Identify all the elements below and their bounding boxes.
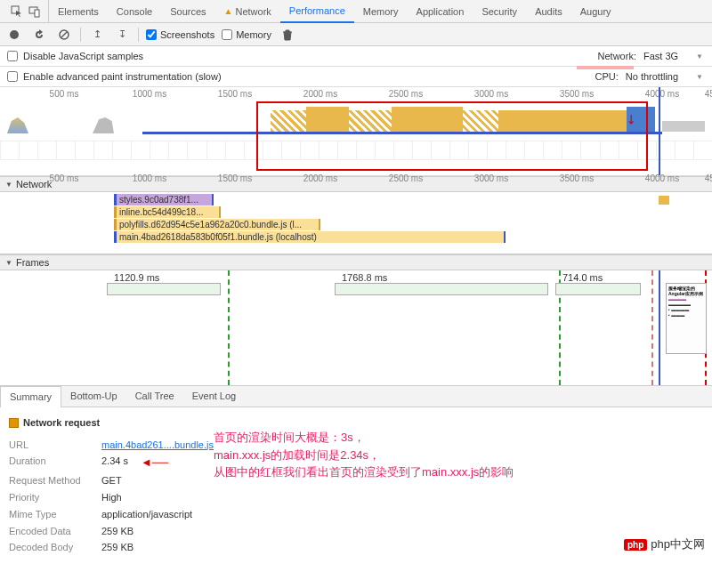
record-button[interactable] bbox=[5, 26, 23, 44]
highlight-redbox bbox=[256, 101, 648, 171]
detail-key: Duration bbox=[9, 453, 94, 472]
detail-value: GET bbox=[101, 472, 122, 489]
reload-button[interactable] bbox=[30, 26, 48, 44]
detail-value: High bbox=[101, 489, 122, 506]
inspect-icon-group bbox=[4, 0, 49, 22]
detail-key: Request Method bbox=[9, 472, 94, 489]
frame-thumbnail: 服务端渲染的Angular应用示例 ▬▬▬▬▬▬▬▬▬▪ ▬▬▬▬▪ ▬▬▬ bbox=[666, 283, 707, 354]
tab-performance[interactable]: Performance bbox=[280, 0, 354, 23]
timeline-tick: 3500 ms bbox=[560, 173, 594, 183]
detail-row: PriorityHigh bbox=[9, 489, 703, 506]
svg-line-5 bbox=[61, 32, 67, 37]
detail-value: application/javascript bbox=[101, 506, 192, 523]
detail-value: 259 KB bbox=[101, 523, 134, 540]
timeline-tick: 2000 ms bbox=[303, 173, 337, 183]
timeline-tick: 3500 ms bbox=[560, 89, 594, 99]
frame-duration-label: 1768.8 ms bbox=[342, 272, 387, 283]
tab-bottom-up[interactable]: Bottom-Up bbox=[61, 386, 126, 407]
warning-icon: ▲ bbox=[224, 6, 233, 16]
detail-key: URL bbox=[9, 437, 94, 454]
cpu-throttle-label: CPU: bbox=[595, 71, 618, 82]
timeline-tick: 1500 ms bbox=[218, 173, 252, 183]
svg-point-3 bbox=[10, 30, 19, 39]
timeline-tick: 450 bbox=[705, 173, 712, 183]
timeline-tick: 1500 ms bbox=[218, 89, 252, 99]
frames-section-header[interactable]: ▼Frames bbox=[0, 254, 712, 270]
network-request-bar[interactable]: polyfills.d62d954c5e1a962a20c0.bundle.js… bbox=[114, 219, 320, 230]
timeline-tick: 2000 ms bbox=[303, 89, 337, 99]
tab-application[interactable]: Application bbox=[408, 1, 473, 22]
user-annotation: 首页的渲染时间大概是：3s， main.xxx.js的加载时间是2.34s， 从… bbox=[214, 429, 514, 481]
network-throttle-select[interactable]: Fast 3G▼ bbox=[642, 50, 705, 62]
network-swatch-icon bbox=[9, 418, 19, 428]
detail-row: Mime Typeapplication/javascript bbox=[9, 506, 703, 523]
frame-duration-label: 1120.9 ms bbox=[114, 272, 159, 283]
network-section-header[interactable]: ▼Network bbox=[0, 176, 712, 192]
tab-elements[interactable]: Elements bbox=[49, 1, 108, 22]
inspect-element-icon[interactable] bbox=[11, 5, 23, 18]
gc-button[interactable] bbox=[279, 26, 296, 44]
tab-summary[interactable]: Summary bbox=[0, 386, 61, 407]
timeline-tick: 3000 ms bbox=[474, 89, 508, 99]
detail-key: Encoded Data bbox=[9, 523, 94, 540]
detail-key: Mime Type bbox=[9, 506, 94, 523]
timeline-tick: 2500 ms bbox=[389, 89, 423, 99]
watermark-logo: phpphp中文网 bbox=[624, 536, 705, 552]
network-request-bar[interactable]: main.4bad2618da583b0f05f1.bundle.js (loc… bbox=[114, 231, 506, 243]
timeline-tick: 2500 ms bbox=[389, 173, 423, 183]
tab-sources[interactable]: Sources bbox=[161, 1, 214, 22]
timeline-tick: 450 bbox=[705, 89, 712, 99]
frame-bar[interactable] bbox=[555, 283, 641, 295]
detail-panel: Network request URLmain.4bad261....bundl… bbox=[0, 407, 712, 563]
frames-track[interactable]: 服务端渲染的Angular应用示例 ▬▬▬▬▬▬▬▬▬▪ ▬▬▬▬▪ ▬▬▬ 1… bbox=[0, 270, 712, 386]
timeline-tick: 500 ms bbox=[50, 89, 79, 99]
detail-value: 2.34 s bbox=[101, 453, 128, 472]
devtools-tab-bar: Elements Console Sources ▲Network Perfor… bbox=[0, 0, 712, 23]
highlight-arrow-icon: ◄── bbox=[141, 453, 168, 472]
timeline-tick: 500 ms bbox=[50, 173, 79, 183]
tab-audits[interactable]: Audits bbox=[526, 1, 571, 22]
settings-row-2: Enable advanced paint instrumentation (s… bbox=[0, 67, 712, 87]
tab-console[interactable]: Console bbox=[108, 1, 161, 22]
tab-memory[interactable]: Memory bbox=[354, 1, 408, 22]
detail-value[interactable]: main.4bad261....bundle.js bbox=[101, 437, 214, 454]
network-throttle-label: Network: bbox=[598, 51, 636, 61]
detail-key: Decoded Body bbox=[9, 539, 94, 556]
detail-row: Encoded Data259 KB bbox=[9, 523, 703, 540]
tab-augury[interactable]: Augury bbox=[571, 1, 620, 22]
frame-bar[interactable] bbox=[335, 283, 548, 295]
detail-row: Decoded Body259 KB bbox=[9, 539, 703, 556]
memory-checkbox[interactable]: Memory bbox=[222, 29, 271, 40]
load-profile-button[interactable]: ↥ bbox=[88, 26, 106, 44]
screenshots-checkbox[interactable]: Screenshots bbox=[146, 29, 214, 40]
tab-security[interactable]: Security bbox=[473, 1, 526, 22]
summary-tab-bar: Summary Bottom-Up Call Tree Event Log bbox=[0, 386, 712, 407]
clear-button[interactable] bbox=[55, 26, 73, 44]
network-request-bar[interactable]: styles.9c0ad738f1... bbox=[114, 194, 214, 205]
timeline-tick: 3000 ms bbox=[474, 173, 508, 183]
timeline-tick: 1000 ms bbox=[133, 89, 166, 99]
frame-duration-label: 714.0 ms bbox=[562, 272, 603, 283]
network-request-bar[interactable]: inline.bc54d499c18... bbox=[114, 206, 221, 218]
cpu-throttle-select[interactable]: No throttling▼ bbox=[624, 70, 705, 83]
tab-call-tree[interactable]: Call Tree bbox=[126, 386, 183, 407]
overview-timeline[interactable]: 500 ms1000 ms1500 ms2000 ms2500 ms3000 m… bbox=[0, 87, 712, 176]
detail-value: 259 KB bbox=[101, 539, 134, 556]
timeline-tick: 4000 ms bbox=[645, 89, 679, 99]
save-profile-button[interactable]: ↧ bbox=[113, 26, 131, 44]
perf-toolbar: ↥ ↧ Screenshots Memory bbox=[0, 23, 712, 46]
frame-bar[interactable] bbox=[107, 283, 221, 295]
tab-event-log[interactable]: Event Log bbox=[183, 386, 246, 407]
detail-title: Network request bbox=[23, 415, 100, 431]
paint-instr-checkbox[interactable]: Enable advanced paint instrumentation (s… bbox=[7, 71, 222, 82]
tab-network[interactable]: ▲Network bbox=[215, 1, 280, 22]
timeline-tick: 1000 ms bbox=[133, 173, 166, 183]
device-toggle-icon[interactable] bbox=[28, 5, 41, 18]
disable-js-checkbox[interactable]: Disable JavaScript samples bbox=[7, 51, 143, 61]
detail-key: Priority bbox=[9, 489, 94, 506]
timeline-tick: 4000 ms bbox=[645, 173, 679, 183]
network-waterfall[interactable]: styles.9c0ad738f1...inline.bc54d499c18..… bbox=[0, 192, 712, 254]
svg-rect-2 bbox=[35, 10, 39, 17]
settings-row-1: Disable JavaScript samples Network: Fast… bbox=[0, 46, 712, 67]
